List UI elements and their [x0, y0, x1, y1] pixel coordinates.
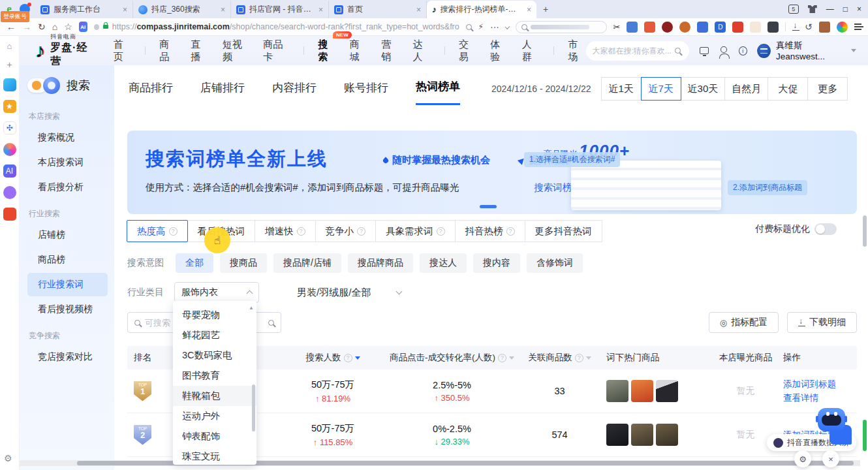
menu-item-talent[interactable]: 达人 [413, 39, 431, 63]
product-thumbnail[interactable] [656, 424, 678, 446]
extension-icon-5[interactable]: D [715, 22, 726, 33]
browser-tab-3[interactable]: 抖店官网 - 抖音小店, 抖音电 × [231, 1, 329, 18]
date-button-30d[interactable]: 近30天 [681, 77, 726, 101]
settings-gear-icon[interactable]: ⚙ [4, 453, 12, 463]
mail-extension-icon[interactable] [697, 22, 708, 33]
product-thumbnail[interactable] [631, 424, 653, 446]
header-conversion[interactable]: 商品点击-成交转化率(人数) ? [382, 352, 522, 364]
date-button-more[interactable]: 更多 [807, 77, 848, 101]
user-icon[interactable] [721, 46, 727, 53]
intent-content[interactable]: 搜内容 [473, 253, 520, 273]
home-icon[interactable]: ⌂ [52, 22, 57, 32]
category-select[interactable]: 服饰内衣 [174, 282, 259, 303]
option-jewelry[interactable]: 珠宝文玩 [173, 446, 256, 465]
tab-product-rank[interactable]: 商品排行 [129, 80, 173, 104]
chevron-down-icon[interactable] [505, 24, 510, 29]
minimize-button[interactable]: — [826, 5, 834, 14]
tab-close-icon[interactable]: × [221, 5, 225, 14]
sidebar-item-search-overview[interactable]: 搜索概况 [27, 126, 108, 149]
theme-icon[interactable] [808, 5, 817, 13]
site-info-icon[interactable] [94, 24, 99, 30]
help-icon[interactable]: i [739, 46, 747, 55]
game-app-icon[interactable] [3, 208, 16, 221]
ai-assistant-icon[interactable]: AI [79, 22, 87, 32]
option-sports-outdoor[interactable]: 运动户外 [173, 406, 256, 426]
option-shoes-bags[interactable]: 鞋靴箱包 [173, 386, 256, 406]
download-detail-button[interactable]: 下载明细 [787, 312, 857, 333]
sidebar-item-competitor-compare[interactable]: 竞店搜索对比 [27, 345, 108, 369]
maximize-button[interactable]: □ [843, 5, 848, 14]
date-button-month[interactable]: 自然月 [724, 77, 768, 101]
date-button-7d[interactable]: 近7天 [641, 77, 681, 101]
scroll-up-icon[interactable]: ▲ [249, 305, 254, 311]
account-name[interactable]: 真维斯Jeanswest... [776, 40, 848, 61]
filter-tab-fast-growth[interactable]: 增速快? [255, 220, 316, 242]
menu-icon[interactable] [854, 24, 861, 30]
menu-item-market[interactable]: 市场 [568, 39, 585, 63]
header-search-users[interactable]: 搜索人数 ? [284, 352, 382, 364]
paid-toggle-switch[interactable] [814, 223, 837, 235]
add-shortcut-icon[interactable]: + [7, 59, 12, 70]
filter-tab-more-hot[interactable]: 更多抖音热词 [525, 220, 602, 242]
header-search-box[interactable] [586, 41, 689, 61]
menu-item-video[interactable]: 短视频 [223, 39, 249, 63]
menu-item-experience[interactable]: 体验 [490, 39, 508, 63]
briefcase-icon[interactable] [819, 22, 830, 33]
chat-app-icon[interactable] [3, 186, 16, 199]
browser-tab-1[interactable]: 服务商工作台 × [35, 1, 133, 18]
undo-icon[interactable]: ↺ [805, 22, 813, 32]
option-mother-baby-pet[interactable]: 母婴宠物 [173, 305, 256, 325]
reload-icon[interactable]: ↻ [38, 22, 46, 32]
account-chevron-icon[interactable] [851, 49, 856, 52]
assistant-robot-icon[interactable] [818, 408, 848, 437]
tab-shop-rank[interactable]: 店铺排行 [200, 80, 245, 104]
menu-item-marketing[interactable]: 营销 [381, 39, 399, 63]
filter-tab-hot[interactable]: 热度高? [127, 220, 188, 242]
intent-brand-product[interactable]: 搜品牌商品 [348, 253, 413, 273]
sidebar-item-shop-rank[interactable]: 店铺榜 [27, 223, 108, 247]
browser-tab-2[interactable]: 抖店_360搜索 × [133, 1, 231, 18]
login-account-badge[interactable]: 登录账号 [1, 11, 29, 22]
tab-close-icon[interactable]: × [416, 5, 421, 14]
tab-content-rank[interactable]: 内容排行 [272, 80, 317, 104]
close-button[interactable]: × [857, 5, 861, 14]
tab-close-icon[interactable]: × [123, 5, 127, 14]
vertical-scrollbar-thumb[interactable] [863, 215, 867, 247]
app-shortcut-icon-1[interactable] [3, 78, 16, 91]
intent-product[interactable]: 搜商品 [220, 253, 267, 273]
option-flower-garden[interactable]: 鲜花园艺 [173, 325, 256, 345]
product-thumbnail[interactable] [631, 380, 653, 402]
add-word-link[interactable]: 添加词到标题 [783, 377, 836, 391]
search-icon[interactable] [675, 48, 681, 54]
ai-app-icon-2[interactable]: AI [3, 164, 16, 178]
puzzle-extension-icon[interactable] [767, 22, 779, 33]
sidebar-item-shop-search-words[interactable]: 本店搜索词 [27, 151, 108, 174]
option-3c-digital[interactable]: 3C数码家电 [173, 345, 256, 366]
filter-tab-douyin-hot[interactable]: 抖音热榜? [455, 220, 525, 242]
account-avatar[interactable] [756, 43, 771, 59]
promo-banner[interactable]: 搜索词榜单全新上线 随时掌握最热搜索机会 提升商品曝光 使用方式：选择合适的#机… [127, 131, 857, 214]
horizontal-scrollbar[interactable] [20, 460, 860, 466]
date-button-1d[interactable]: 近1天 [601, 77, 642, 101]
sort-caret-icon[interactable] [355, 356, 360, 360]
bookmark-icon[interactable]: ☆ [64, 22, 72, 32]
filter-tab-low-competition[interactable]: 竞争小? [315, 220, 377, 242]
menu-item-product[interactable]: 商品 [159, 39, 177, 63]
assistant-settings-button[interactable]: ⚙ [794, 450, 811, 467]
downloads-icon[interactable] [792, 23, 798, 31]
tab-hot-words[interactable]: 热词榜单 [416, 79, 460, 105]
search-in-page-icon[interactable] [466, 24, 472, 30]
sort-caret-icon[interactable] [586, 356, 591, 360]
tab-close-icon[interactable]: × [527, 5, 531, 14]
sidebar-item-watch-search-video-rank[interactable]: 看后搜视频榜 [27, 298, 108, 321]
star-app-icon[interactable]: ★ [3, 100, 16, 113]
assistant-close-button[interactable]: × [822, 450, 839, 467]
menu-item-trade[interactable]: 交易 [459, 39, 476, 63]
menu-item-live[interactable]: 直播 [191, 39, 209, 63]
extension-icon-3[interactable] [662, 22, 673, 33]
profile-colorful-icon[interactable] [837, 22, 848, 33]
view-detail-link[interactable]: 查看详情 [783, 391, 818, 405]
tab-account-rank[interactable]: 账号排行 [344, 80, 388, 104]
more-icon[interactable]: ··· [490, 22, 499, 32]
ai-app-icon-1[interactable] [3, 143, 16, 156]
